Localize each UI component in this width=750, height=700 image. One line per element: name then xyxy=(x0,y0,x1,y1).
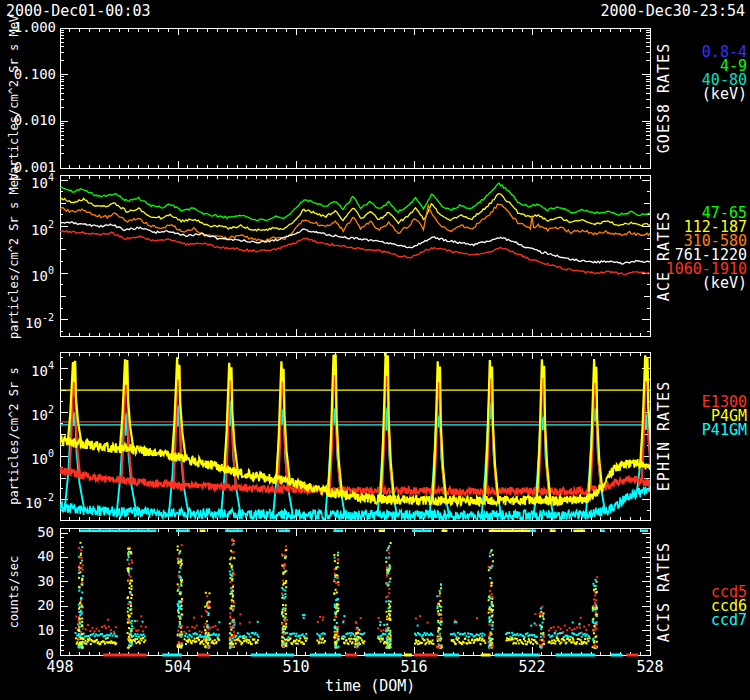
acis-bottom-dash-7 xyxy=(404,654,412,657)
acis-bottom-dash-4 xyxy=(310,654,341,657)
acis-bottom-dash-12 xyxy=(556,654,595,657)
acis-top-dash-10 xyxy=(530,530,536,533)
acis-top-dash-14 xyxy=(640,530,648,533)
x-tick-label-498: 498 xyxy=(30,659,90,675)
spikes-ephin-e1300 xyxy=(69,364,652,492)
acis-bottom-dash-13 xyxy=(611,654,623,657)
legend-acis-ccd7: ccd7 xyxy=(711,613,747,628)
x-tick-label-504: 504 xyxy=(148,659,208,675)
ticks-goes8 xyxy=(60,28,650,168)
x-tick-label-516: 516 xyxy=(384,659,444,675)
acis-top-dash-0 xyxy=(80,530,157,533)
acis-top-dash-11 xyxy=(550,530,556,533)
spikes-ephin-p4gm xyxy=(68,353,654,501)
acis-bottom-dash-9 xyxy=(444,654,460,657)
x-tick-label-522: 522 xyxy=(502,659,562,675)
acis-top-dash-5 xyxy=(333,530,343,533)
scatter-acis xyxy=(75,539,599,649)
x-tick-label-528: 528 xyxy=(620,659,680,675)
acis-bottom-dash-6 xyxy=(365,654,402,657)
acis-bottom-dash-11 xyxy=(495,654,540,657)
x-tick-label-510: 510 xyxy=(266,659,326,675)
y-tick-label-acis-50: 50 xyxy=(0,524,54,540)
baseline-ephin-e1300 xyxy=(60,467,650,495)
acis-bottom-dash-0 xyxy=(103,654,146,657)
legend-ephin-p41gm: P41GM xyxy=(702,423,747,438)
legend-ace-kev: (keV) xyxy=(702,276,747,291)
acis-top-dash-3 xyxy=(225,530,243,533)
acis-top-dash-1 xyxy=(176,530,190,533)
acis-bottom-dash-3 xyxy=(251,654,294,657)
acis-top-dash-12 xyxy=(573,530,585,533)
acis-top-dash-7 xyxy=(412,530,432,533)
acis-bottom-dash-8 xyxy=(414,654,438,657)
x-axis-title: time (DOM) xyxy=(325,678,385,694)
panel-frame-goes8 xyxy=(60,28,650,168)
acis-top-dash-13 xyxy=(601,530,605,533)
trace-ace-761-1220 xyxy=(60,222,650,264)
radiation-monitor-plot: 2000-Dec01-00:03 2000-Dec30-23:54 1.0000… xyxy=(0,0,750,700)
acis-bottom-dash-2 xyxy=(198,654,210,657)
acis-bottom-dash-5 xyxy=(345,654,357,657)
acis-top-dash-9 xyxy=(489,530,530,533)
acis-bottom-dash-14 xyxy=(626,654,638,657)
legend-goes8-kev: (keV) xyxy=(702,87,747,102)
plot-canvas xyxy=(0,0,750,700)
acis-bottom-dash-1 xyxy=(162,654,182,657)
acis-bottom-dash-10 xyxy=(481,654,491,657)
acis-top-dash-8 xyxy=(442,530,448,533)
acis-top-dash-4 xyxy=(278,530,290,533)
acis-top-dash-6 xyxy=(379,530,385,533)
baseline-ephin-p4gm xyxy=(60,435,650,506)
acis-top-dash-2 xyxy=(200,530,206,533)
trace-ace-1060-1910 xyxy=(60,231,650,275)
